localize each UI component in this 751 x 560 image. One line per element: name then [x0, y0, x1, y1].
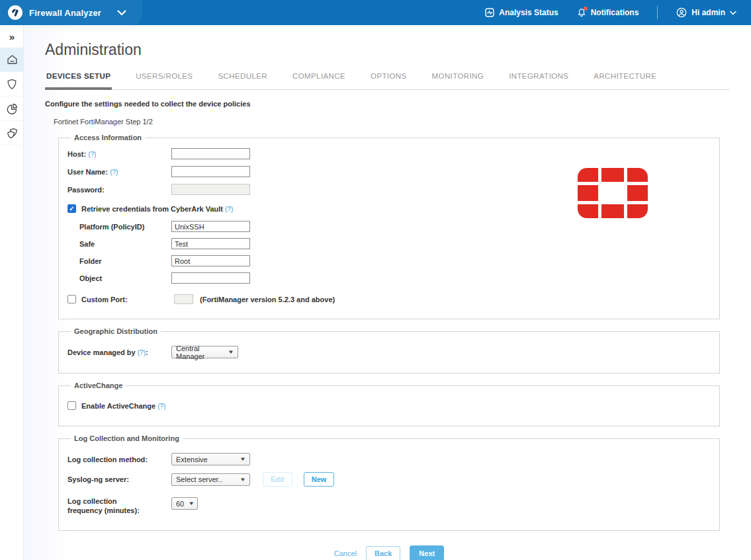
enable-activechange-help-link[interactable]: (?) — [157, 403, 165, 410]
syslog-server-select[interactable]: Select server.. ▼ — [171, 473, 250, 486]
object-label: Object — [67, 274, 171, 282]
select-chevron-icon: ▼ — [240, 456, 246, 462]
device-managed-by-label: Device managed by (?): — [67, 348, 171, 356]
device-managed-by-help-link[interactable]: (?) — [138, 349, 146, 356]
analysis-status-label: Analysis Status — [499, 8, 558, 17]
log-collection-method-label: Log collection method: — [67, 456, 171, 463]
cyberark-checkbox[interactable]: ✓ — [67, 204, 76, 213]
notifications-button[interactable]: Notifications — [577, 8, 639, 17]
host-label: Host: (?) — [67, 150, 171, 158]
syslog-edit-button: Edit — [263, 472, 292, 487]
sidebar-expand-button[interactable]: » — [0, 25, 24, 48]
top-bar: Firewall Analyzer Analysis Status — [0, 0, 751, 25]
main-content: Administration DEVICES SETUP USERS/ROLES… — [24, 25, 751, 560]
cyberark-label: Retrieve credentials from CyberArk Vault… — [81, 205, 233, 213]
access-information-section: Access Information Host: (?) User Name: … — [58, 134, 720, 319]
user-menu[interactable]: Hi admin — [676, 7, 736, 18]
left-sidebar: » — [0, 25, 24, 560]
sidebar-item-home[interactable] — [0, 48, 24, 72]
app-switcher-chevron-icon[interactable] — [117, 10, 126, 16]
tab-integrations[interactable]: INTEGRATIONS — [508, 72, 570, 90]
tab-scheduler[interactable]: SCHEDULER — [216, 72, 269, 90]
username-input[interactable] — [171, 166, 250, 177]
log-collection-method-select[interactable]: Extensive ▼ — [171, 453, 250, 465]
log-collection-legend: Log Collection and Monitoring — [71, 434, 183, 442]
back-button[interactable]: Back — [366, 546, 400, 560]
host-input[interactable] — [171, 148, 250, 159]
overlapping-shields-icon — [6, 127, 19, 140]
cyberark-help-link[interactable]: (?) — [225, 206, 233, 213]
app-brand[interactable]: Firewall Analyzer — [0, 0, 142, 25]
geographic-distribution-legend: Geographic Distribution — [71, 327, 161, 335]
custom-port-note: (FortiManager version 5.2.3 and above) — [200, 296, 335, 303]
username-label: User Name: (?) — [67, 168, 171, 176]
expand-double-chevron-icon: » — [9, 31, 15, 42]
enable-activechange-label: Enable ActiveChange (?) — [81, 402, 165, 410]
password-input — [171, 184, 250, 195]
log-collection-section: Log Collection and Monitoring Log collec… — [58, 434, 720, 531]
platform-label: Platform (PolicyID) — [67, 223, 171, 231]
sidebar-item-security[interactable] — [0, 72, 24, 97]
device-managed-by-select[interactable]: Central Manager ▼ — [171, 346, 238, 358]
tab-architecture[interactable]: ARCHITECTURE — [592, 72, 658, 90]
notification-badge-dot — [584, 7, 588, 11]
custom-port-label: Custom Port: — [81, 296, 174, 303]
object-input[interactable] — [171, 272, 250, 284]
app-title: Firewall Analyzer — [29, 8, 101, 18]
shield-icon — [6, 78, 18, 91]
admin-tabbar: DEVICES SETUP USERS/ROLES SCHEDULER COMP… — [45, 72, 730, 90]
activechange-section: ActiveChange Enable ActiveChange (?) — [58, 381, 720, 426]
syslog-new-button[interactable]: New — [304, 472, 335, 487]
user-avatar-icon — [676, 7, 687, 18]
cancel-link[interactable]: Cancel — [334, 549, 357, 557]
custom-port-input — [174, 294, 193, 304]
page-instruction: Configure the settings needed to collect… — [45, 100, 730, 108]
log-frequency-label: Log collection frequency (minutes): — [67, 497, 154, 516]
syslog-server-value: Select server.. — [176, 475, 222, 483]
tab-options[interactable]: OPTIONS — [369, 72, 408, 90]
log-collection-method-value: Extensive — [176, 456, 208, 463]
tab-devices-setup[interactable]: DEVICES SETUP — [45, 72, 112, 90]
analysis-status-icon — [485, 8, 494, 17]
fortinet-logo — [578, 168, 648, 218]
wizard-step-title: Fortinet FortiManager Step 1/2 — [54, 118, 730, 126]
log-frequency-select[interactable]: 60 ▼ — [171, 497, 198, 510]
notifications-label: Notifications — [591, 8, 639, 17]
notifications-bell-icon — [577, 8, 586, 17]
access-information-legend: Access Information — [71, 134, 145, 141]
folder-input[interactable] — [171, 255, 250, 266]
enable-activechange-row: Enable ActiveChange (?) — [67, 401, 712, 410]
next-button[interactable]: Next — [410, 545, 444, 560]
folder-label: Folder — [67, 257, 171, 265]
syslog-server-label: Syslog-ng server: — [67, 475, 171, 483]
tab-users-roles[interactable]: USERS/ROLES — [134, 72, 194, 90]
device-managed-by-value: Central Manager — [176, 344, 224, 360]
select-chevron-icon: ▼ — [228, 349, 234, 355]
select-chevron-icon: ▼ — [240, 477, 246, 483]
user-menu-chevron-icon — [730, 11, 736, 15]
sidebar-item-policies[interactable] — [0, 121, 24, 145]
password-label: Password: — [67, 186, 171, 194]
enable-activechange-checkbox[interactable] — [67, 401, 76, 410]
select-chevron-icon: ▼ — [188, 500, 195, 506]
analysis-status-button[interactable]: Analysis Status — [485, 8, 558, 17]
geographic-distribution-section: Geographic Distribution Device managed b… — [58, 327, 720, 374]
tab-compliance[interactable]: COMPLIANCE — [291, 72, 347, 90]
host-help-link[interactable]: (?) — [88, 151, 96, 158]
custom-port-checkbox[interactable] — [67, 295, 76, 303]
safe-input[interactable] — [171, 238, 250, 249]
log-frequency-value: 60 — [176, 500, 184, 508]
app-logo-icon — [8, 5, 22, 20]
user-label: Hi admin — [691, 8, 725, 17]
pie-chart-icon — [6, 102, 19, 115]
platform-input[interactable] — [171, 221, 250, 232]
topbar-divider — [657, 6, 658, 19]
tab-monitoring[interactable]: MONITORING — [431, 72, 486, 90]
sidebar-item-reports[interactable] — [0, 97, 24, 121]
page-title: Administration — [45, 41, 730, 59]
username-help-link[interactable]: (?) — [110, 169, 118, 176]
safe-label: Safe — [67, 240, 171, 248]
wizard-footer: Cancel Back Next — [58, 545, 720, 560]
activechange-legend: ActiveChange — [71, 381, 126, 389]
home-icon — [6, 54, 19, 65]
